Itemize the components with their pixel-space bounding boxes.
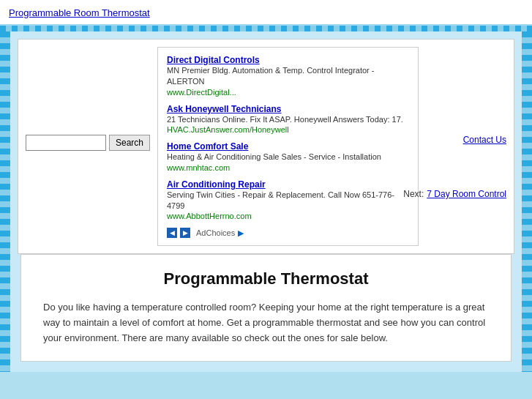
left-panel: Search xyxy=(26,47,157,246)
ads-row: Search Direct Digital Controls MN Premie… xyxy=(18,40,514,253)
ad-footer: ◀ ▶ AdChoices ▶ xyxy=(167,228,409,238)
ad-title-1[interactable]: Direct Digital Controls xyxy=(167,55,409,65)
next-label: Next: xyxy=(403,189,424,199)
content-card: Programmable Thermostat Do you like havi… xyxy=(20,254,512,361)
ad-desc-3: Heating & Air Conditioning Sale Sales - … xyxy=(167,152,409,163)
next-row: Next: 7 Day Room Control xyxy=(403,189,506,199)
left-side-tile xyxy=(0,31,10,372)
adchoices-icon: ▶ xyxy=(238,228,244,238)
ad-entry-4: Air Conditioning Repair Serving Twin Cit… xyxy=(167,179,409,221)
search-area: Search xyxy=(26,135,157,151)
ad-entry-1: Direct Digital Controls MN Premier Bldg.… xyxy=(167,55,409,97)
prev-arrow-icon[interactable]: ◀ xyxy=(167,228,177,238)
tile-border-top xyxy=(0,26,532,31)
next-link[interactable]: 7 Day Room Control xyxy=(427,189,506,199)
ads-panel: Direct Digital Controls MN Premier Bldg.… xyxy=(157,47,419,246)
ad-title-3[interactable]: Home Comfort Sale xyxy=(167,141,409,152)
search-input[interactable] xyxy=(26,135,106,151)
header-bar: Programmable Room Thermostat xyxy=(0,0,532,26)
right-panel: Contact Us Next: 7 Day Room Control xyxy=(419,47,506,246)
ad-entry-3: Home Comfort Sale Heating & Air Conditio… xyxy=(167,141,409,171)
content-body: Do you like having a temperature control… xyxy=(43,300,489,346)
outer-wrapper: Search Direct Digital Controls MN Premie… xyxy=(0,31,532,372)
next-arrow-icon[interactable]: ▶ xyxy=(180,228,190,238)
ad-desc-4: Serving Twin Cities - Repair & Replaceme… xyxy=(167,190,409,212)
ad-desc-1: MN Premier Bldg. Automation & Temp. Cont… xyxy=(167,65,409,88)
content-title: Programmable Thermostat xyxy=(43,269,489,288)
ad-title-2[interactable]: Ask Honeywell Technicians xyxy=(167,104,409,114)
ad-url-2: HVAC.JustAnswer.com/Honeywell xyxy=(167,125,409,134)
ad-desc-2: 21 Technicians Online. Fix It ASAP. Hone… xyxy=(167,114,409,125)
ad-title-4[interactable]: Air Conditioning Repair xyxy=(167,179,409,190)
right-side-tile xyxy=(522,31,532,372)
ad-url-3: www.mnhtac.com xyxy=(167,163,409,172)
adchoices-label: AdChoices xyxy=(196,228,235,237)
inner-content: Search Direct Digital Controls MN Premie… xyxy=(10,31,522,372)
header-link[interactable]: Programmable Room Thermostat xyxy=(9,7,150,18)
contact-us-link[interactable]: Contact Us xyxy=(463,135,506,145)
search-button[interactable]: Search xyxy=(109,135,150,151)
white-panel: Search Direct Digital Controls MN Premie… xyxy=(18,39,514,254)
ad-url-4: www.AbbottHerrno.com xyxy=(167,212,409,220)
ad-entry-2: Ask Honeywell Technicians 21 Technicians… xyxy=(167,104,409,134)
ad-url-1: www.DirectDigital... xyxy=(167,88,409,97)
